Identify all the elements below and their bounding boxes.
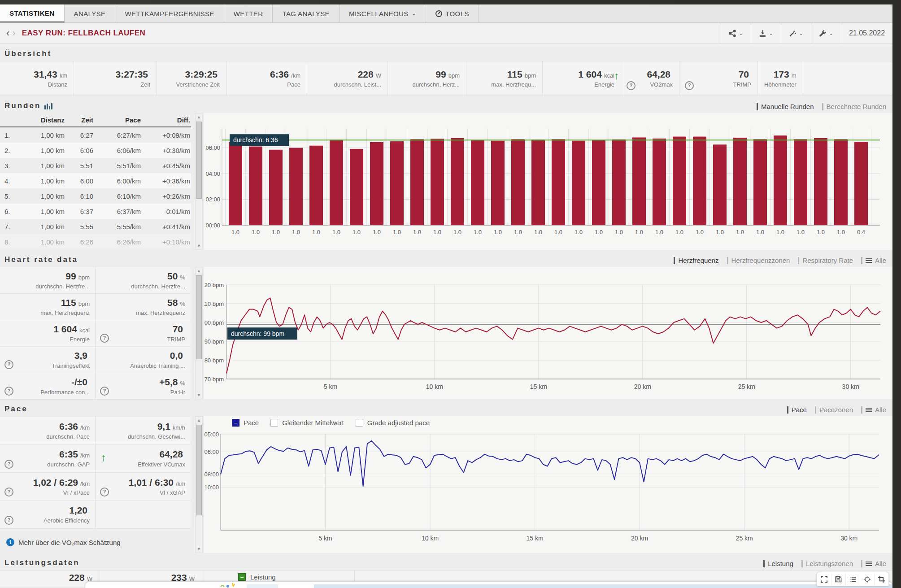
section-link[interactable]: Leistungszonen: [801, 560, 853, 567]
magic-wand-button[interactable]: ⌄: [781, 23, 811, 44]
chevron-right-icon[interactable]: ›: [12, 28, 15, 38]
lap-number: 6.: [0, 208, 17, 215]
question-icon[interactable]: ?: [4, 387, 13, 396]
nav-tab[interactable]: TOOLS ⌄: [426, 4, 479, 22]
question-icon[interactable]: ?: [685, 81, 694, 90]
scroll-up-icon[interactable]: ▲: [196, 267, 202, 274]
crop-button[interactable]: [874, 572, 888, 586]
lap-pace: 6:06/km: [96, 147, 144, 154]
target-button[interactable]: [860, 572, 874, 586]
stat-label: max. Herzfrequ...: [491, 81, 536, 88]
legend-item[interactable]: – Grade adjusted pace: [356, 419, 430, 427]
share-button[interactable]: ⌄: [721, 23, 751, 44]
header-actions: ⌄ ⌄ ⌄ ⌄ 21.05.2022: [721, 23, 892, 44]
col-pace[interactable]: Pace: [96, 116, 144, 124]
activity-date[interactable]: 21.05.2022: [841, 23, 892, 44]
legend-checkbox[interactable]: –: [238, 573, 246, 581]
legend-checkbox[interactable]: –: [232, 419, 239, 427]
section-link[interactable]: Leistung: [763, 560, 793, 567]
chevron-left-icon[interactable]: ‹: [6, 28, 9, 38]
question-icon[interactable]: ?: [100, 334, 109, 343]
stat-label: durchschn. Leist...: [334, 81, 382, 88]
lap-row[interactable]: 8. 1,00 km 6:26 6:26/km +0:10/km: [0, 234, 191, 249]
laps-scrollbar[interactable]: ▲ ▼: [195, 113, 203, 250]
svg-text:1.0: 1.0: [332, 229, 340, 235]
lap-row[interactable]: 7. 1,00 km 5:55 5:55/km +0:41/km: [0, 219, 191, 234]
col-zeit[interactable]: Zeit: [67, 116, 96, 124]
col-diff[interactable]: Diff.: [144, 116, 191, 124]
scroll-down-icon[interactable]: ▼: [196, 545, 202, 553]
lap-row[interactable]: 2. 1,00 km 6:06 6:06/km +0:30/km: [0, 143, 191, 158]
overview-stats: ↑ 31,43 km Distanz ? ↑ 3:27:35 Zeit ?: [0, 61, 892, 96]
question-icon[interactable]: ?: [4, 460, 13, 469]
nav-tab[interactable]: WETTKAMPFERGEBNISSE ⌄: [115, 4, 224, 22]
scroll-up-icon[interactable]: ▲: [196, 417, 202, 424]
section-link[interactable]: Pacezonen: [815, 406, 853, 414]
question-icon[interactable]: ?: [4, 360, 13, 369]
stat-value: 50: [167, 271, 178, 282]
scrollbar-thumb[interactable]: [196, 425, 202, 515]
scrollbar-thumb[interactable]: [196, 122, 202, 199]
lap-row[interactable]: 4. 1,00 km 6:00 6:00/km +0:36/km: [0, 173, 191, 188]
lap-row[interactable]: 6. 1,00 km 6:37 6:37/km -0:01/km: [0, 204, 191, 219]
hr-line-chart[interactable]: 5 km10 km15 km20 km25 km30 km70 bpm80 bp…: [204, 267, 892, 399]
scroll-down-icon[interactable]: ▼: [196, 242, 202, 249]
col-distanz[interactable]: Distanz: [17, 116, 67, 124]
legend-item[interactable]: – Leistung: [238, 573, 276, 581]
nav-tab[interactable]: STATISTIKEN ⌄: [0, 4, 65, 22]
lap-row[interactable]: 5. 1,00 km 6:10 6:10/km +0:26/km: [0, 188, 191, 204]
svg-text:80 bpm: 80 bpm: [205, 357, 224, 364]
hr-stat-cell: 1 604 kcal Energie ? ↑: [0, 320, 96, 347]
page-title: EASY RUN: FELLBACH LAUFEN: [22, 29, 146, 38]
pace-stat-cell: 1,20 Aerobic Efficiency ? ↑: [0, 501, 96, 529]
svg-text:1.0: 1.0: [575, 229, 583, 235]
nav-tab[interactable]: ANALYSE ⌄: [65, 4, 116, 22]
pace-scrollbar[interactable]: ▲ ▼: [195, 416, 203, 553]
section-link[interactable]: Respiratory Rate: [798, 257, 853, 264]
hr-scrollbar[interactable]: ▲ ▼: [195, 267, 203, 399]
stat-value: 1 604: [578, 69, 602, 80]
legend-checkbox[interactable]: –: [356, 419, 363, 427]
nav-tab[interactable]: TAG ANALYSE ⌄: [273, 4, 340, 22]
vo2max-info-link[interactable]: i Mehr über die VO₂max Schätzung: [6, 538, 121, 546]
lap-row[interactable]: 3. 1,00 km 5:51 5:51/km +0:45/km: [0, 158, 191, 173]
settings-button[interactable]: ⌄: [811, 23, 841, 44]
question-icon[interactable]: ?: [4, 516, 13, 525]
svg-text:1.0: 1.0: [494, 229, 502, 235]
hr-section-head: Heart rate data Herzfrequenz Herzfrequen…: [0, 250, 892, 267]
section-link[interactable]: Herzfrequenz: [674, 257, 718, 264]
nav-tab[interactable]: WETTER ⌄: [224, 4, 273, 22]
question-icon[interactable]: ?: [4, 488, 13, 497]
download-button[interactable]: ⌄: [751, 23, 781, 44]
pace-line-chart[interactable]: 5 km10 km15 km20 km25 km30 km05:0006:000…: [204, 431, 892, 553]
section-link[interactable]: Herzfrequenzzonen: [727, 257, 790, 264]
section-link[interactable]: Berechnete Runden: [822, 103, 886, 110]
wrench-icon: [819, 30, 827, 37]
nav-tab[interactable]: MISCELLANEOUS ⌄: [340, 4, 426, 22]
legend-checkbox[interactable]: –: [270, 419, 278, 427]
lap-row[interactable]: 1. 1,00 km 6:27 6:27/km +0:09/km: [0, 127, 191, 143]
section-link[interactable]: Alle: [861, 257, 886, 264]
legend-item[interactable]: – Pace: [232, 419, 259, 427]
svg-text:05:00: 05:00: [204, 431, 219, 438]
question-icon[interactable]: ?: [100, 488, 109, 497]
list-button[interactable]: [845, 572, 860, 586]
legend-item[interactable]: – Gleitender Mittelwert: [270, 419, 344, 427]
section-link[interactable]: Alle: [861, 406, 886, 414]
save-button[interactable]: [831, 572, 845, 586]
scroll-down-icon[interactable]: ▼: [196, 392, 202, 399]
pace-links: Pace Pacezonen Alle: [787, 406, 886, 414]
question-icon[interactable]: ?: [100, 387, 109, 396]
section-link[interactable]: Manuelle Runden: [757, 103, 814, 110]
hr-body: 99 bpm durchschn. Herzfre... ? ↑ 50 %: [0, 267, 892, 399]
scroll-up-icon[interactable]: ▲: [196, 113, 202, 121]
laps-bar-chart[interactable]: 00:0002:0004:0006:001.01.01.01.01.01.01.…: [204, 113, 892, 250]
section-link[interactable]: Alle: [861, 560, 886, 567]
nav-tab-label: TOOLS: [445, 10, 469, 17]
question-icon[interactable]: ?: [627, 81, 635, 90]
bar-chart-icon[interactable]: [44, 103, 52, 109]
stat-value: 0,0: [170, 350, 183, 361]
section-link[interactable]: Pace: [787, 406, 807, 414]
fullscreen-button[interactable]: [817, 572, 831, 586]
scrollbar-thumb[interactable]: [196, 275, 202, 359]
